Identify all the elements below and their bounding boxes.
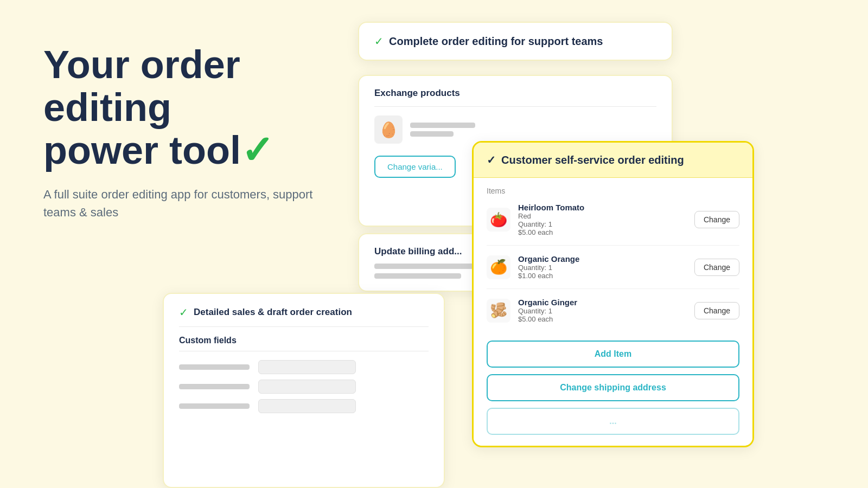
exchange-product-row: 🥚 (374, 115, 656, 144)
title-line2: editing (43, 86, 171, 129)
field-input-1[interactable] (258, 360, 356, 374)
item-row-3: 🫚 Organic Ginger Quantity: 1 $5.00 each … (487, 298, 739, 332)
card-sales: ✓ Detailed sales & draft order creation … (163, 293, 445, 488)
sales-title: Detailed sales & draft order creation (194, 307, 352, 318)
item-name-2: Organic Orange (518, 254, 687, 264)
item-emoji-1: 🍅 (487, 208, 510, 232)
exchange-product-lines (410, 123, 475, 137)
exchange-divider (374, 106, 656, 107)
field-label-3 (179, 403, 250, 409)
field-input-2[interactable] (258, 380, 356, 394)
change-button-1[interactable]: Change (694, 211, 739, 228)
main-check-icon: ✓ (487, 153, 496, 166)
item-details-1: Heirloom Tomato Red Quantity: 1 $5.00 ea… (518, 203, 687, 236)
card-main: ✓ Customer self-service order editing It… (472, 141, 754, 447)
custom-fields-title: Custom fields (179, 336, 429, 345)
title-line3: power tool (43, 129, 241, 172)
item-name-1: Heirloom Tomato (518, 203, 687, 212)
main-title-text: Customer self-service order editing (501, 154, 684, 166)
item-name-3: Organic Ginger (518, 298, 687, 307)
title-line1: Your order (43, 43, 240, 86)
item-price-3: $5.00 each (518, 315, 687, 323)
main-title: Your order editing power tool✓ (43, 43, 347, 172)
item-variant-1: Red (518, 212, 687, 220)
exchange-product-img: 🥚 (374, 115, 403, 144)
exchange-title: Exchange products (374, 88, 656, 99)
field-row-1 (179, 360, 429, 374)
item-row-1: 🍅 Heirloom Tomato Red Quantity: 1 $5.00 … (487, 203, 739, 246)
change-shipping-button[interactable]: Change shipping address (487, 374, 739, 401)
field-row-2 (179, 380, 429, 394)
item-price-1: $5.00 each (518, 228, 687, 236)
add-item-button[interactable]: Add Item (487, 341, 739, 368)
item-qty-2: Quantity: 1 (518, 264, 687, 272)
field-row-3 (179, 399, 429, 413)
sales-check-icon: ✓ (179, 306, 188, 319)
hero-section: Your order editing power tool✓ A full su… (43, 43, 347, 221)
item-details-2: Organic Orange Quantity: 1 $1.00 each (518, 254, 687, 280)
product-line-2 (410, 131, 454, 137)
field-label-1 (179, 364, 250, 370)
item-qty-3: Quantity: 1 (518, 307, 687, 315)
custom-fields-divider (179, 351, 429, 351)
main-card-title: ✓ Customer self-service order editing (487, 153, 739, 166)
custom-fields-section: Custom fields (179, 326, 429, 413)
change-button-2[interactable]: Change (694, 259, 739, 276)
change-button-3[interactable]: Change (694, 302, 739, 319)
card-complete-order: ✓ Complete order editing for support tea… (358, 22, 673, 61)
item-price-2: $1.00 each (518, 272, 687, 280)
complete-title: Complete order editing for support teams (389, 35, 603, 48)
bottom-action-button[interactable]: ... (487, 408, 739, 435)
items-label: Items (487, 187, 739, 195)
item-emoji-3: 🫚 (487, 299, 510, 323)
product-line-1 (410, 123, 475, 128)
item-qty-1: Quantity: 1 (518, 220, 687, 228)
item-emoji-2: 🍊 (487, 255, 510, 279)
hero-checkmark: ✓ (241, 129, 273, 172)
field-label-2 (179, 384, 250, 389)
card-main-body: Items 🍅 Heirloom Tomato Red Quantity: 1 … (474, 178, 752, 446)
sales-header: ✓ Detailed sales & draft order creation (179, 306, 429, 319)
billing-line-1 (374, 264, 483, 269)
hero-subtitle: A full suite order editing app for custo… (43, 185, 347, 221)
field-input-3[interactable] (258, 399, 356, 413)
billing-line-2 (374, 273, 461, 279)
sales-divider (179, 326, 429, 327)
card-main-header: ✓ Customer self-service order editing (474, 143, 752, 178)
change-variant-button[interactable]: Change varia... (374, 156, 456, 178)
item-details-3: Organic Ginger Quantity: 1 $5.00 each (518, 298, 687, 323)
item-row-2: 🍊 Organic Orange Quantity: 1 $1.00 each … (487, 254, 739, 289)
complete-check-icon: ✓ (374, 35, 384, 48)
card-complete-header: ✓ Complete order editing for support tea… (374, 35, 656, 48)
